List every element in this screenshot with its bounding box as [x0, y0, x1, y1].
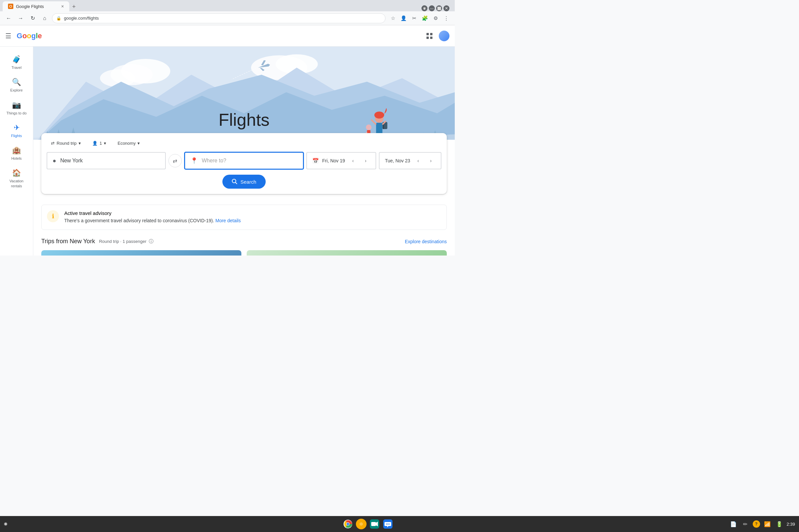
things-to-do-icon: 📷 — [12, 101, 21, 110]
advisory-icon: ℹ — [47, 210, 59, 222]
advisory-title: Active travel advisory — [64, 210, 241, 216]
hamburger-menu[interactable]: ☰ — [5, 32, 11, 40]
active-tab[interactable]: Google Flights × — [3, 1, 69, 11]
sidebar-label-vacation-rentals: Vacation rentals — [5, 179, 29, 188]
search-card: ⇄ Round trip ▾ 👤 1 ▾ Economy ▾ — [41, 133, 447, 194]
swap-icon: ⇄ — [51, 141, 55, 146]
address-bar-row: ← → ↻ ⌂ 🔒 google.com/flights ☆ 👤 ✂ 🧩 ⚙ ⋮ — [0, 11, 455, 25]
page-wrapper: 🧳 Travel 🔍 Explore 📷 Things to do ✈ Flig… — [0, 46, 455, 255]
scissors-button[interactable]: ✂ — [409, 14, 419, 23]
tab-bar: Google Flights × + — ⬜ ✕ — [0, 0, 455, 11]
google-logo: Google — [17, 32, 42, 40]
trips-section: Trips from New York Round trip · 1 passe… — [33, 235, 455, 255]
forward-button[interactable]: → — [16, 14, 25, 23]
destination-card-map[interactable] — [247, 250, 447, 255]
advisory-text: There's a government travel advisory rel… — [64, 217, 241, 224]
search-options-row: ⇄ Round trip ▾ 👤 1 ▾ Economy ▾ — [47, 138, 442, 148]
passengers-button[interactable]: 👤 1 ▾ — [88, 138, 111, 148]
person-icon: 👤 — [92, 141, 97, 146]
svg-rect-4 — [426, 33, 429, 35]
sidebar: 🧳 Travel 🔍 Explore 📷 Things to do ✈ Flig… — [0, 46, 33, 255]
trip-type-button[interactable]: ⇄ Round trip ▾ — [47, 138, 85, 148]
address-bar[interactable]: 🔒 google.com/flights — [52, 13, 386, 23]
calendar-icon: 📅 — [312, 158, 319, 164]
sidebar-label-flights: Flights — [11, 133, 22, 138]
travel-icon: 🧳 — [12, 55, 21, 64]
origin-field[interactable]: ● New York — [47, 152, 166, 169]
apps-grid-button[interactable] — [424, 31, 435, 41]
back-button[interactable]: ← — [4, 14, 13, 23]
date-to-value: Tue, Nov 23 — [385, 158, 410, 163]
advisory-content: Active travel advisory There's a governm… — [64, 210, 241, 224]
passengers-label: 1 — [99, 141, 102, 146]
reload-button[interactable]: ↻ — [28, 14, 37, 23]
search-inputs-row: ● New York ⇄ 📍 Where to? 📅 — [47, 152, 442, 169]
date-to-next-button[interactable]: › — [426, 156, 435, 165]
date-to-field[interactable]: Tue, Nov 23 ‹ › — [379, 152, 442, 169]
destination-pin-icon: 📍 — [190, 157, 198, 164]
svg-line-38 — [235, 182, 237, 184]
sidebar-item-explore[interactable]: 🔍 Explore — [2, 75, 31, 96]
hero-banner: Flights — [33, 46, 455, 140]
sidebar-label-explore: Explore — [10, 88, 23, 93]
vacation-rentals-icon: 🏠 — [12, 169, 21, 177]
download-indicator — [422, 5, 427, 11]
svg-rect-7 — [430, 37, 432, 39]
cabin-class-label: Economy — [117, 141, 135, 146]
trips-subtitle: Round trip · 1 passenger ⓘ — [99, 239, 153, 245]
destination-card-miami[interactable]: Miami — [41, 250, 241, 255]
menu-button[interactable]: ⋮ — [442, 14, 451, 23]
svg-rect-5 — [430, 33, 432, 35]
home-button[interactable]: ⌂ — [40, 14, 49, 23]
close-button[interactable]: ✕ — [443, 5, 449, 11]
google-bar: ☰ Google — [0, 25, 455, 46]
trip-type-label: Round trip — [57, 141, 77, 146]
sidebar-item-things-to-do[interactable]: 📷 Things to do — [2, 97, 31, 119]
destination-cards: Miami — [41, 250, 447, 255]
extension-button[interactable]: ⚙ — [431, 14, 440, 23]
swap-airports-button[interactable]: ⇄ — [168, 154, 182, 167]
sidebar-item-flights[interactable]: ✈ Flights — [2, 120, 31, 141]
sidebar-item-travel[interactable]: 🧳 Travel — [2, 52, 31, 73]
toolbar-actions: ☆ 👤 ✂ 🧩 ⚙ ⋮ — [388, 14, 451, 23]
user-avatar[interactable] — [439, 31, 449, 41]
advisory-more-details-link[interactable]: More details — [216, 218, 241, 223]
advisory-body-text: There's a government travel advisory rel… — [64, 218, 214, 223]
date-from-next-button[interactable]: › — [361, 156, 370, 165]
search-button[interactable]: Search — [222, 175, 266, 189]
bookmark-button[interactable]: ☆ — [388, 14, 397, 23]
hotels-icon: 🏨 — [12, 146, 21, 155]
info-icon: ⓘ — [149, 239, 153, 244]
explore-destinations-link[interactable]: Explore destinations — [405, 239, 447, 244]
date-from-field[interactable]: 📅 Fri, Nov 19 ‹ › — [306, 152, 376, 169]
flights-icon: ✈ — [14, 124, 20, 132]
tab-title: Google Flights — [16, 4, 44, 9]
new-tab-button[interactable]: + — [69, 2, 78, 11]
sidebar-item-vacation-rentals[interactable]: 🏠 Vacation rentals — [2, 165, 31, 192]
trips-title: Trips from New York — [41, 238, 95, 245]
date-from-prev-button[interactable]: ‹ — [348, 156, 357, 165]
profile-button[interactable]: 👤 — [399, 14, 408, 23]
sidebar-item-hotels[interactable]: 🏨 Hotels — [2, 143, 31, 164]
puzzle-button[interactable]: 🧩 — [420, 14, 429, 23]
svg-point-2 — [10, 6, 12, 7]
origin-pin-icon: ● — [53, 157, 56, 164]
tab-close-button[interactable]: × — [61, 4, 64, 9]
date-from-value: Fri, Nov 19 — [322, 158, 345, 163]
sidebar-label-things-to-do: Things to do — [6, 111, 26, 115]
main-content: Flights ⇄ Round trip ▾ 👤 1 ▾ — [33, 46, 455, 255]
svg-point-37 — [233, 179, 236, 183]
cabin-class-button[interactable]: Economy ▾ — [113, 138, 144, 148]
destination-field[interactable]: 📍 Where to? — [184, 152, 304, 169]
date-to-prev-button[interactable]: ‹ — [413, 156, 423, 165]
svg-point-29 — [374, 112, 384, 118]
destination-placeholder: Where to? — [202, 158, 226, 164]
svg-rect-6 — [426, 37, 429, 39]
url-display: google.com/flights — [64, 16, 99, 21]
explore-icon: 🔍 — [12, 78, 21, 87]
search-btn-row: Search — [47, 175, 442, 189]
minimize-button[interactable]: — — [429, 5, 435, 11]
maximize-button[interactable]: ⬜ — [436, 5, 442, 11]
search-icon — [232, 179, 238, 185]
trips-header: Trips from New York Round trip · 1 passe… — [41, 238, 447, 245]
